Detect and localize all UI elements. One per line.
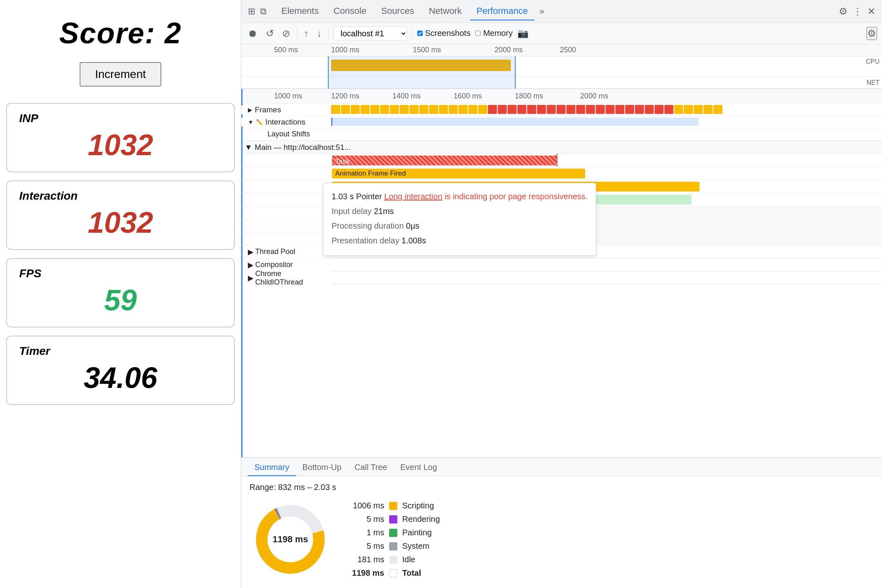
summary-area: 1198 ms 1006 msScripting5 msRendering1 m… <box>249 499 874 580</box>
task-bar[interactable]: Task <box>332 156 557 165</box>
compositor-row: ▶ Compositor <box>241 258 882 272</box>
upload-button[interactable]: ↑ <box>302 26 310 41</box>
interactions-text: Interactions <box>265 118 305 127</box>
compositor-content <box>331 258 882 271</box>
frame-block <box>537 105 546 114</box>
tooltip-presentation-value: 1.008s <box>401 236 426 245</box>
frame-block <box>547 105 556 114</box>
legend-name-painting: Painting <box>402 528 432 537</box>
metric-card-interaction: Interaction 1032 <box>6 180 235 250</box>
frame-block <box>351 105 360 114</box>
frame-block <box>410 105 419 114</box>
record-button[interactable]: ⏺ <box>246 26 259 41</box>
frame-block <box>527 105 536 114</box>
capture-icon[interactable]: 📷 <box>517 28 528 39</box>
close-icon[interactable]: ✕ <box>867 6 875 17</box>
frame-block <box>713 105 722 114</box>
layout-shifts-label[interactable]: Layout Shifts <box>254 130 344 138</box>
metric-label-interaction: Interaction <box>19 189 222 203</box>
task-track-row: Task <box>241 154 882 167</box>
tab-network[interactable]: Network <box>422 2 468 20</box>
undock-icon[interactable]: ⧉ <box>260 6 267 17</box>
frames-chevron: ▶ <box>248 107 252 113</box>
frame-block <box>439 105 448 114</box>
animation-frame-bar[interactable]: Animation Frame Fired <box>332 169 585 178</box>
tooltip-processing-label: Processing duration <box>332 221 404 230</box>
metric-card-inp: INP 1032 <box>6 103 235 172</box>
interactions-content[interactable] <box>331 116 882 128</box>
clear-button[interactable]: ⊘ <box>281 26 292 41</box>
tab-performance[interactable]: Performance <box>470 2 535 20</box>
tab-bottom-up[interactable]: Bottom-Up <box>296 459 348 476</box>
legend-name-rendering: Rendering <box>402 514 440 524</box>
tab-event-log[interactable]: Event Log <box>394 459 443 476</box>
thread-pool-label[interactable]: ▶ Thread Pool <box>241 247 331 256</box>
legend-ms-scripting: 1006 ms <box>347 501 384 510</box>
tab-console[interactable]: Console <box>327 2 373 20</box>
frames-label[interactable]: ▶ Frames <box>241 105 331 114</box>
tab-summary[interactable]: Summary <box>248 459 296 476</box>
detail-time-1800: 1800 ms <box>515 92 543 100</box>
interactions-chevron: ▼ <box>248 119 254 125</box>
frames-text: Frames <box>255 105 281 114</box>
increment-button[interactable]: Increment <box>80 62 162 87</box>
frame-block <box>498 105 507 114</box>
selection-overlay[interactable] <box>328 56 516 89</box>
compositor-label[interactable]: ▶ Compositor <box>241 261 331 270</box>
legend-color-system <box>389 542 397 550</box>
timeline-main[interactable]: 1000 ms 1200 ms 1400 ms 1600 ms 1800 ms … <box>241 89 882 457</box>
legend-ms-system: 5 ms <box>347 541 384 551</box>
tooltip-input-delay: Input delay 21ms <box>332 205 588 218</box>
bottom-panel: Summary Bottom-Up Call Tree Event Log Ra… <box>241 457 882 588</box>
tab-sources[interactable]: Sources <box>374 2 421 20</box>
frame-block <box>655 105 664 114</box>
devtools-panel: ⊞ ⧉ Elements Console Sources Network Per… <box>241 0 882 588</box>
legend-row-rendering: 5 msRendering <box>347 514 440 524</box>
frame-block <box>704 105 713 114</box>
screenshots-checkbox-label[interactable]: Screenshots <box>417 29 470 38</box>
frame-block <box>390 105 399 114</box>
frame-block <box>674 105 683 114</box>
session-select[interactable]: localhost #1 <box>334 27 407 40</box>
interactions-label[interactable]: ▼ ✏️ Interactions <box>241 118 331 127</box>
tab-overflow[interactable]: » <box>536 4 548 18</box>
thread-pool-text: Thread Pool <box>255 247 295 256</box>
legend-name-total: Total <box>402 568 421 578</box>
more-icon[interactable]: ⋮ <box>853 6 862 17</box>
bottom-tabs: Summary Bottom-Up Call Tree Event Log <box>241 458 882 476</box>
left-panel: Score: 2 Increment INP 1032 Interaction … <box>0 0 241 588</box>
settings-icon[interactable]: ⚙ <box>839 6 848 17</box>
timeline-overview[interactable]: 500 ms 1000 ms 1500 ms 2000 ms 2500 CPU … <box>241 44 882 89</box>
compositor-text: Compositor <box>255 261 293 269</box>
reload-button[interactable]: ↺ <box>264 26 276 41</box>
metric-label-timer: Timer <box>19 345 222 358</box>
memory-checkbox[interactable] <box>475 31 481 36</box>
time-500: 500 ms <box>274 46 298 54</box>
memory-checkbox-label[interactable]: Memory <box>475 29 512 38</box>
main-thread-chevron: ▼ <box>245 143 252 152</box>
legend-row-painting: 1 msPainting <box>347 528 440 537</box>
dock-icon[interactable]: ⊞ <box>248 6 255 17</box>
tooltip-header: 1.03 s Pointer Long interaction is indic… <box>332 190 588 203</box>
frames-blocks <box>331 104 882 116</box>
legend-row-scripting: 1006 msScripting <box>347 501 440 510</box>
download-button[interactable]: ↓ <box>315 26 323 41</box>
frame-block <box>459 105 468 114</box>
tooltip-input-delay-label: Input delay <box>332 207 372 216</box>
screenshots-checkbox[interactable] <box>417 31 423 36</box>
layout-shifts-content <box>344 128 882 140</box>
toolbar-separator-3 <box>412 28 412 39</box>
devtools-toolbar: ⏺ ↺ ⊘ ↑ ↓ localhost #1 Screenshots Memor… <box>241 23 882 44</box>
main-thread-header[interactable]: ▼ Main — http://localhost:51... <box>241 141 882 154</box>
range-text: Range: 832 ms – 2.03 s <box>249 483 874 492</box>
toolbar-gear-button[interactable]: ⚙ <box>866 27 877 40</box>
frame-block <box>586 105 595 114</box>
tab-elements[interactable]: Elements <box>275 2 325 20</box>
task-bar-label: Task <box>332 158 350 165</box>
frames-content <box>331 104 882 116</box>
tooltip-processing-value: 0μs <box>406 221 419 230</box>
chrome-child-label[interactable]: ▶ Chrome ChildIOThread <box>241 270 331 287</box>
tooltip-link[interactable]: Long interaction <box>384 192 442 201</box>
chrome-child-row: ▶ Chrome ChildIOThread <box>241 272 882 285</box>
tab-call-tree[interactable]: Call Tree <box>348 459 394 476</box>
